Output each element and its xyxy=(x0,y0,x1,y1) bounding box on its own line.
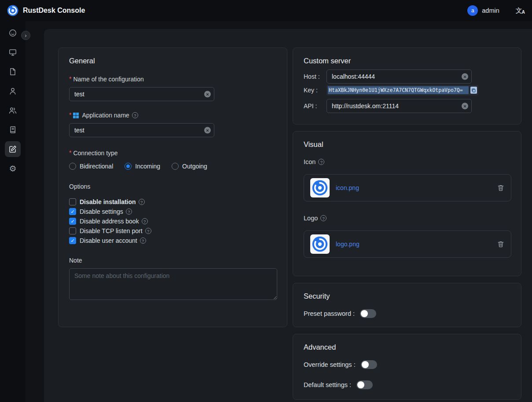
checkbox-label: Disable user account xyxy=(80,237,137,244)
checkbox-label: Disable installation xyxy=(80,198,136,205)
checkbox-checked[interactable]: ✓ xyxy=(69,208,76,215)
smiley-icon xyxy=(5,25,21,41)
api-row: API : ✕ xyxy=(304,99,510,113)
icon-file-link[interactable]: icon.png xyxy=(336,184,359,191)
checkbox-row-disable-settings[interactable]: ✓ Disable settings ? xyxy=(69,207,276,216)
api-input-wrap: ✕ xyxy=(327,99,472,113)
visual-card: Visual Icon ? icon.png xyxy=(293,131,521,276)
gear-icon: ⚙ xyxy=(5,161,21,176)
translate-latin-glyph: A xyxy=(522,10,525,15)
advanced-card-title: Advanced xyxy=(304,343,510,351)
clear-icon[interactable]: ✕ xyxy=(204,91,211,98)
help-icon[interactable]: ? xyxy=(132,112,138,118)
help-icon[interactable]: ? xyxy=(139,199,145,205)
clear-icon[interactable]: ✕ xyxy=(462,103,468,110)
checkbox-label: Disable address book xyxy=(80,218,139,225)
radio-label: Incoming xyxy=(135,163,160,170)
api-input[interactable] xyxy=(327,99,472,113)
override-settings-row: Override settings : xyxy=(304,360,510,369)
checkbox-row-disable-user-account[interactable]: ✓ Disable user account ? xyxy=(69,236,276,245)
clear-icon[interactable]: ✕ xyxy=(462,73,468,80)
custom-server-title: Custom server xyxy=(304,57,510,65)
checkbox-row-disable-tcp-listen-port[interactable]: Disable TCP listen port ? xyxy=(69,226,276,236)
username[interactable]: admin xyxy=(482,7,499,14)
checkbox-unchecked[interactable] xyxy=(69,198,76,205)
help-icon[interactable]: ? xyxy=(126,208,132,215)
radio-label: Bidirectional xyxy=(80,163,113,170)
connection-type-radio-group: Bidirectional Incoming Outgoing xyxy=(69,163,276,170)
help-icon[interactable]: ? xyxy=(140,238,146,244)
trash-icon[interactable] xyxy=(497,240,505,248)
options-label: Options xyxy=(69,183,276,190)
name-input-wrap: ✕ xyxy=(69,87,214,101)
help-icon[interactable]: ? xyxy=(145,228,151,234)
app-name-input-wrap: ✕ xyxy=(69,123,214,137)
security-card: Security Preset password : xyxy=(293,283,521,327)
radio-dot xyxy=(172,163,179,170)
key-row: Key : HtaXBkJNHyn0e1U1jWXze7A7CN7QTGWqxk… xyxy=(304,85,510,95)
clear-icon[interactable]: ✕ xyxy=(204,127,211,134)
key-value-box: HtaXBkJNHyn0e1U1jWXze7A7CN7QTGWqxkOtpaVp… xyxy=(327,85,478,95)
checkbox-checked[interactable]: ✓ xyxy=(69,218,76,225)
preset-password-toggle[interactable] xyxy=(360,309,376,318)
checkbox-checked[interactable]: ✓ xyxy=(69,237,76,244)
override-settings-toggle[interactable] xyxy=(361,360,377,369)
help-icon[interactable]: ? xyxy=(142,218,148,224)
sidebar-item-devices[interactable] xyxy=(0,43,26,62)
connection-type-label-text: Connection type xyxy=(73,150,117,157)
host-input[interactable] xyxy=(327,69,472,84)
radio-outgoing[interactable]: Outgoing xyxy=(172,163,207,170)
help-icon[interactable]: ? xyxy=(318,159,324,165)
logo-label-text: Logo xyxy=(304,215,318,222)
right-column: Custom server Host : ✕ Key : HtaXBkJNHyn… xyxy=(293,48,521,400)
options-label-text: Options xyxy=(69,183,90,190)
checkbox-row-disable-installation[interactable]: Disable installation ? xyxy=(69,197,276,207)
avatar[interactable]: a xyxy=(467,5,478,16)
radio-dot-checked xyxy=(125,163,132,170)
required-asterisk: * xyxy=(69,111,71,118)
sidebar-item-settings[interactable]: ⚙ xyxy=(0,159,26,178)
sidebar-item-users[interactable] xyxy=(0,81,26,101)
icon-label: Icon ? xyxy=(304,158,510,165)
note-label-text: Note xyxy=(69,257,82,264)
top-bar: RustDesk Console a admin 文A xyxy=(0,0,532,21)
logo-file-link[interactable]: logo.png xyxy=(336,241,360,248)
connection-type-label: * Connection type xyxy=(69,150,276,157)
key-value-text: HtaXBkJNHyn0e1U1jWXze7A7CN7QTGWqxkOtpaVp… xyxy=(328,86,469,94)
translate-icon[interactable]: 文A xyxy=(516,7,525,15)
radio-bidirectional[interactable]: Bidirectional xyxy=(69,163,113,170)
user-icon xyxy=(5,83,21,99)
default-settings-toggle[interactable] xyxy=(356,380,373,389)
book-icon xyxy=(5,122,21,138)
edit-square-icon xyxy=(5,141,21,157)
host-input-wrap: ✕ xyxy=(327,69,472,84)
custom-server-card: Custom server Host : ✕ Key : HtaXBkJNHyn… xyxy=(293,48,521,124)
name-input[interactable] xyxy=(69,87,214,101)
users-icon xyxy=(5,102,21,118)
note-textarea[interactable] xyxy=(69,268,277,300)
app-name-field-label: * Application name ? xyxy=(69,112,276,119)
logo-file-box: logo.png xyxy=(304,230,511,258)
sidebar-collapse-button[interactable]: › xyxy=(21,31,30,40)
logo-label: Logo ? xyxy=(304,215,510,222)
radio-dot xyxy=(69,163,76,170)
checkbox-unchecked[interactable] xyxy=(69,227,76,234)
radio-label: Outgoing xyxy=(182,163,207,170)
api-label: API : xyxy=(304,102,327,110)
sidebar: ⚙ xyxy=(0,21,26,402)
checkbox-row-disable-address-book[interactable]: ✓ Disable address book ? xyxy=(69,216,276,226)
preset-password-row: Preset password : xyxy=(304,309,510,318)
sidebar-item-audit[interactable] xyxy=(0,62,26,81)
required-asterisk: * xyxy=(69,75,71,82)
app-name-input[interactable] xyxy=(69,123,214,137)
security-card-title: Security xyxy=(304,292,510,300)
copy-icon[interactable] xyxy=(470,87,477,94)
radio-incoming[interactable]: Incoming xyxy=(125,163,160,170)
sidebar-item-custom-clients[interactable] xyxy=(0,139,26,159)
help-icon[interactable]: ? xyxy=(320,215,327,221)
icon-label-text: Icon xyxy=(304,158,316,165)
sidebar-item-address-books[interactable] xyxy=(0,120,26,139)
trash-icon[interactable] xyxy=(497,184,505,192)
sidebar-item-groups[interactable] xyxy=(0,101,26,120)
host-row: Host : ✕ xyxy=(304,69,510,84)
